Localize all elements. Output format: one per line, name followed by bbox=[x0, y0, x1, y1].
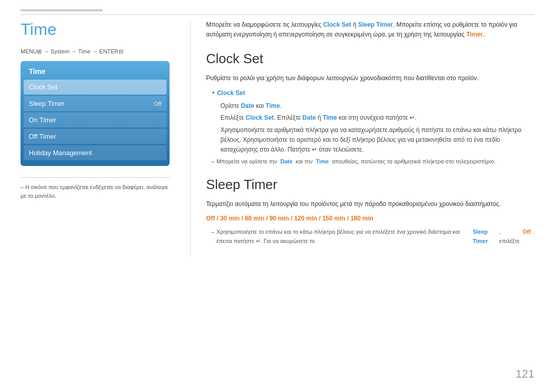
clock-set-bullet: Clock Set bbox=[212, 88, 534, 98]
intro-timer-highlight: Timer bbox=[466, 31, 483, 38]
left-panel: Time MENU⊞ → System → Time → ENTER⊟ Time… bbox=[21, 20, 180, 256]
page-number: 121 bbox=[515, 367, 534, 381]
menu-box: Time Clock Set Sleep Timer Off On Timer … bbox=[21, 61, 170, 166]
intro-clock-set-highlight: Clock Set bbox=[323, 21, 351, 28]
top-decorative-line bbox=[21, 9, 103, 11]
menu-item-sleep-timer[interactable]: Sleep Timer Off bbox=[24, 96, 166, 111]
date-keyword2: Date bbox=[303, 114, 316, 121]
menu-item-label: On Timer bbox=[29, 116, 56, 124]
menu-item-label: Holiday Management bbox=[29, 149, 92, 157]
clock-set-sub3: Χρησιμοποιήστε τα αριθμητικά πλήκτρα για… bbox=[220, 125, 534, 155]
menu-path: MENU⊞ → System → Time → ENTER⊟ bbox=[21, 48, 170, 55]
clock-set-body: Ρυθμίστε το ρολόι για χρήση των διάφορων… bbox=[206, 73, 534, 166]
sleep-timer-keyword: Sleep Timer bbox=[473, 227, 496, 246]
120min-option: 120 min bbox=[294, 215, 317, 222]
left-note-text: – Η εικόνα που εμφανίζεται ενδέχεται να … bbox=[21, 184, 168, 199]
menu-item-holiday-management[interactable]: Holiday Management bbox=[24, 145, 166, 160]
time-keyword2: Time bbox=[323, 114, 337, 121]
90min-option: 90 min bbox=[269, 215, 289, 222]
menu-item-on-timer[interactable]: On Timer bbox=[24, 113, 166, 127]
180min-option: 180 min bbox=[350, 215, 374, 222]
menu-item-label: Sleep Timer bbox=[29, 100, 64, 107]
clock-set-note: Μπορείτε να ορίσετε την Date και την Tim… bbox=[211, 157, 534, 166]
intro-sleep-timer-highlight: Sleep Timer bbox=[358, 21, 393, 28]
sleep-timer-desc: Τερματίζει αυτόματα τη λειτουργία του πρ… bbox=[206, 199, 534, 209]
clock-set-title: Clock Set bbox=[206, 51, 534, 67]
clock-set-sub2: Επιλέξτε Clock Set. Επιλέξτε Date ή Time… bbox=[220, 113, 534, 123]
clock-set-keyword: Clock Set bbox=[246, 114, 274, 121]
horizontal-rule bbox=[21, 14, 534, 15]
menu-item-off-timer[interactable]: Off Timer bbox=[24, 129, 166, 144]
date-keyword3: Date bbox=[280, 157, 292, 166]
panel-divider bbox=[190, 20, 191, 256]
menu-box-title: Time bbox=[24, 65, 166, 80]
menu-item-badge: Off bbox=[154, 101, 161, 107]
150min-option: 150 min bbox=[322, 215, 345, 222]
off-keyword: Off bbox=[523, 227, 531, 237]
sleep-timer-title: Sleep Timer bbox=[206, 177, 534, 193]
sleep-timer-note: Χρησιμοποιήστε το επάνω και το κάτω πλήκ… bbox=[211, 227, 534, 246]
60min-option: 60 min bbox=[245, 215, 264, 222]
page-title: Time bbox=[21, 20, 170, 39]
date-keyword1: Date bbox=[241, 102, 254, 109]
menu-item-label: Off Timer bbox=[29, 133, 56, 140]
menu-path-text: MENU⊞ → System → Time → ENTER⊟ bbox=[21, 48, 123, 55]
clock-set-sub1: Ορίστε Date και Time. bbox=[220, 101, 534, 111]
off-option: Off bbox=[206, 215, 215, 222]
time-keyword3: Time bbox=[316, 157, 329, 166]
30min-option: 30 min bbox=[220, 215, 239, 222]
sleep-timer-options: Off / 30 min / 60 min / 90 min / 120 min… bbox=[206, 213, 534, 223]
intro-paragraph: Μπορείτε να διαμορφώσετε τις λειτουργίες… bbox=[206, 20, 534, 40]
time-keyword1: Time bbox=[266, 102, 280, 109]
clock-set-desc: Ρυθμίστε το ρολόι για χρήση των διάφορων… bbox=[206, 73, 534, 83]
clock-set-bullet-label: Clock Set bbox=[217, 88, 245, 98]
menu-item-clock-set[interactable]: Clock Set bbox=[24, 80, 166, 95]
left-note: – Η εικόνα που εμφανίζεται ενδέχεται να … bbox=[21, 177, 170, 200]
sleep-timer-body: Τερματίζει αυτόματα τη λειτουργία του πρ… bbox=[206, 199, 534, 246]
right-panel: Μπορείτε να διαμορφώσετε τις λειτουργίες… bbox=[201, 20, 534, 256]
menu-item-label: Clock Set bbox=[29, 83, 58, 91]
